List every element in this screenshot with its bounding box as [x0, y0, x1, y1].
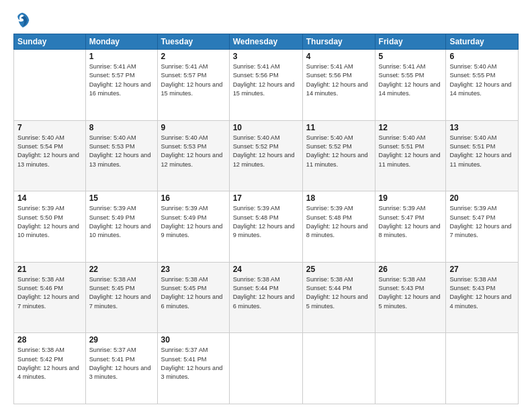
day-info: Sunrise: 5:40 AMSunset: 5:51 PMDaylight:… [379, 134, 443, 169]
day-number: 3 [233, 52, 299, 61]
day-info: Sunrise: 5:41 AMSunset: 5:56 PMDaylight:… [233, 62, 299, 98]
day-number: 6 [449, 52, 515, 61]
day-info: Sunrise: 5:41 AMSunset: 5:56 PMDaylight:… [306, 62, 371, 98]
calendar: SundayMondayTuesdayWednesdayThursdayFrid… [13, 34, 519, 404]
day-info: Sunrise: 5:38 AMSunset: 5:43 PMDaylight:… [449, 275, 515, 311]
day-info: Sunrise: 5:38 AMSunset: 5:43 PMDaylight:… [379, 275, 443, 311]
day-number: 2 [161, 52, 226, 61]
day-number: 8 [89, 123, 154, 132]
day-number: 28 [17, 335, 82, 345]
day-cell: 18Sunrise: 5:39 AMSunset: 5:48 PMDayligh… [302, 191, 375, 263]
day-number: 17 [233, 193, 299, 203]
day-number: 9 [161, 123, 226, 132]
header [13, 11, 519, 30]
day-info: Sunrise: 5:40 AMSunset: 5:51 PMDaylight:… [449, 134, 515, 169]
day-info: Sunrise: 5:38 AMSunset: 5:44 PMDaylight:… [233, 275, 299, 311]
day-cell: 2Sunrise: 5:41 AMSunset: 5:57 PMDaylight… [157, 50, 229, 121]
day-info: Sunrise: 5:39 AMSunset: 5:49 PMDaylight:… [161, 204, 226, 240]
day-cell: 25Sunrise: 5:38 AMSunset: 5:44 PMDayligh… [302, 262, 375, 333]
day-number: 15 [89, 193, 154, 203]
day-number: 13 [449, 123, 515, 132]
day-info: Sunrise: 5:38 AMSunset: 5:44 PMDaylight:… [306, 275, 371, 311]
day-number: 21 [17, 265, 82, 274]
day-number: 16 [161, 193, 226, 203]
week-row-2: 7Sunrise: 5:40 AMSunset: 5:54 PMDaylight… [14, 120, 519, 191]
day-info: Sunrise: 5:41 AMSunset: 5:55 PMDaylight:… [379, 62, 443, 98]
weekday-header-monday: Monday [85, 34, 157, 50]
day-number: 14 [17, 193, 82, 203]
day-info: Sunrise: 5:40 AMSunset: 5:53 PMDaylight:… [161, 134, 226, 169]
day-number: 26 [379, 265, 443, 274]
day-info: Sunrise: 5:39 AMSunset: 5:47 PMDaylight:… [449, 204, 515, 240]
logo [13, 11, 35, 30]
day-info: Sunrise: 5:39 AMSunset: 5:48 PMDaylight:… [306, 204, 371, 240]
day-info: Sunrise: 5:40 AMSunset: 5:54 PMDaylight:… [17, 134, 82, 169]
day-cell: 3Sunrise: 5:41 AMSunset: 5:56 PMDaylight… [229, 50, 302, 121]
day-cell: 28Sunrise: 5:38 AMSunset: 5:42 PMDayligh… [14, 333, 86, 404]
day-cell: 21Sunrise: 5:38 AMSunset: 5:46 PMDayligh… [14, 262, 86, 333]
day-number: 7 [17, 123, 82, 132]
day-number: 20 [449, 193, 515, 203]
weekday-header-thursday: Thursday [302, 34, 375, 50]
day-cell: 12Sunrise: 5:40 AMSunset: 5:51 PMDayligh… [375, 120, 446, 191]
day-info: Sunrise: 5:40 AMSunset: 5:55 PMDaylight:… [449, 62, 515, 98]
day-number: 30 [161, 335, 226, 345]
day-number: 24 [233, 265, 299, 274]
day-number: 27 [449, 265, 515, 274]
page: SundayMondayTuesdayWednesdayThursdayFrid… [0, 0, 532, 411]
day-number: 11 [306, 123, 371, 132]
day-cell: 30Sunrise: 5:37 AMSunset: 5:41 PMDayligh… [157, 333, 229, 404]
day-info: Sunrise: 5:38 AMSunset: 5:45 PMDaylight:… [161, 275, 226, 311]
day-info: Sunrise: 5:41 AMSunset: 5:57 PMDaylight:… [161, 62, 226, 98]
weekday-header-wednesday: Wednesday [229, 34, 302, 50]
week-row-5: 28Sunrise: 5:38 AMSunset: 5:42 PMDayligh… [14, 333, 519, 404]
day-number: 5 [379, 52, 443, 61]
day-info: Sunrise: 5:40 AMSunset: 5:52 PMDaylight:… [233, 134, 299, 169]
day-info: Sunrise: 5:38 AMSunset: 5:45 PMDaylight:… [89, 275, 154, 311]
day-number: 4 [306, 52, 371, 61]
day-cell: 1Sunrise: 5:41 AMSunset: 5:57 PMDaylight… [85, 50, 157, 121]
day-number: 29 [89, 335, 154, 345]
weekday-header-row: SundayMondayTuesdayWednesdayThursdayFrid… [14, 34, 519, 50]
day-number: 19 [379, 193, 443, 203]
day-cell: 16Sunrise: 5:39 AMSunset: 5:49 PMDayligh… [157, 191, 229, 263]
day-info: Sunrise: 5:40 AMSunset: 5:52 PMDaylight:… [306, 134, 371, 169]
day-cell: 15Sunrise: 5:39 AMSunset: 5:49 PMDayligh… [85, 191, 157, 263]
day-cell: 26Sunrise: 5:38 AMSunset: 5:43 PMDayligh… [375, 262, 446, 333]
day-cell: 22Sunrise: 5:38 AMSunset: 5:45 PMDayligh… [85, 262, 157, 333]
logo-icon [13, 11, 32, 30]
day-info: Sunrise: 5:37 AMSunset: 5:41 PMDaylight:… [89, 346, 154, 381]
weekday-header-saturday: Saturday [446, 34, 519, 50]
week-row-4: 21Sunrise: 5:38 AMSunset: 5:46 PMDayligh… [14, 262, 519, 333]
day-info: Sunrise: 5:40 AMSunset: 5:53 PMDaylight:… [89, 134, 154, 169]
day-cell: 23Sunrise: 5:38 AMSunset: 5:45 PMDayligh… [157, 262, 229, 333]
day-cell: 17Sunrise: 5:39 AMSunset: 5:48 PMDayligh… [229, 191, 302, 263]
day-number: 12 [379, 123, 443, 132]
day-number: 18 [306, 193, 371, 203]
day-cell: 29Sunrise: 5:37 AMSunset: 5:41 PMDayligh… [85, 333, 157, 404]
day-cell: 14Sunrise: 5:39 AMSunset: 5:50 PMDayligh… [14, 191, 86, 263]
day-cell: 8Sunrise: 5:40 AMSunset: 5:53 PMDaylight… [85, 120, 157, 191]
day-cell [446, 333, 519, 404]
day-cell: 19Sunrise: 5:39 AMSunset: 5:47 PMDayligh… [375, 191, 446, 263]
day-number: 1 [89, 52, 154, 61]
day-cell: 27Sunrise: 5:38 AMSunset: 5:43 PMDayligh… [446, 262, 519, 333]
day-cell: 24Sunrise: 5:38 AMSunset: 5:44 PMDayligh… [229, 262, 302, 333]
day-info: Sunrise: 5:39 AMSunset: 5:50 PMDaylight:… [17, 204, 82, 240]
weekday-header-tuesday: Tuesday [157, 34, 229, 50]
day-info: Sunrise: 5:39 AMSunset: 5:49 PMDaylight:… [89, 204, 154, 240]
day-cell: 7Sunrise: 5:40 AMSunset: 5:54 PMDaylight… [14, 120, 86, 191]
week-row-1: 1Sunrise: 5:41 AMSunset: 5:57 PMDaylight… [14, 50, 519, 121]
day-cell [229, 333, 302, 404]
day-number: 10 [233, 123, 299, 132]
day-cell: 5Sunrise: 5:41 AMSunset: 5:55 PMDaylight… [375, 50, 446, 121]
day-cell: 20Sunrise: 5:39 AMSunset: 5:47 PMDayligh… [446, 191, 519, 263]
day-number: 22 [89, 265, 154, 274]
day-cell: 13Sunrise: 5:40 AMSunset: 5:51 PMDayligh… [446, 120, 519, 191]
day-number: 23 [161, 265, 226, 274]
day-info: Sunrise: 5:38 AMSunset: 5:46 PMDaylight:… [17, 275, 82, 311]
day-info: Sunrise: 5:37 AMSunset: 5:41 PMDaylight:… [161, 346, 226, 381]
day-cell: 11Sunrise: 5:40 AMSunset: 5:52 PMDayligh… [302, 120, 375, 191]
day-cell: 10Sunrise: 5:40 AMSunset: 5:52 PMDayligh… [229, 120, 302, 191]
day-info: Sunrise: 5:39 AMSunset: 5:47 PMDaylight:… [379, 204, 443, 240]
